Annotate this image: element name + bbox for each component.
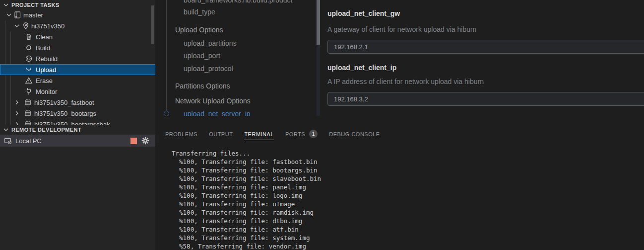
circle-icon — [25, 44, 33, 52]
terminal-output[interactable]: Transferring files... %100, Transferring… — [172, 149, 321, 250]
tree-item-upload[interactable]: Upload — [0, 64, 155, 75]
plug-icon — [25, 87, 33, 95]
toc-section[interactable]: Network Upload Options — [175, 97, 251, 105]
sidebar-scrollbar[interactable] — [151, 5, 154, 44]
setting-title: upload_net_client_ip — [327, 64, 396, 72]
panel-tab-bar: PROBLEMS OUTPUT TERMINAL PORTS 1 DEBUG C… — [155, 126, 644, 141]
toc-item[interactable]: build_type — [184, 8, 215, 16]
settings-toc: board_frameworks.hb.build.product build_… — [155, 0, 322, 116]
chevron-right-icon[interactable] — [13, 98, 21, 106]
tree-item-clean[interactable]: Clean — [0, 31, 155, 42]
tree-item-label: Erase — [36, 77, 53, 84]
chevron-down-icon[interactable] — [5, 11, 13, 19]
setting-description: A gateway of client for network upload v… — [327, 25, 476, 33]
toc-guide-line — [166, 0, 167, 111]
code-circle-icon — [25, 55, 33, 63]
vscode-window: PROJECT TASKS master — [0, 0, 644, 250]
indent-guide — [10, 31, 11, 125]
toc-selected-bullet — [164, 111, 169, 116]
tree-item-hi3751v350-fastboot[interactable]: hi3751v350_fastboot — [0, 97, 155, 108]
toc-item-selected[interactable]: upload_net_server_ip — [184, 110, 251, 116]
device-desktop-icon — [4, 137, 12, 145]
status-square — [130, 138, 137, 144]
location-pin-icon — [22, 22, 30, 30]
tree-item-label: hi3751v350 — [31, 22, 64, 30]
terminal-line: %100, Transferring file: atf.bin — [172, 225, 321, 234]
server-icon — [24, 109, 32, 117]
toc-section[interactable]: Upload Options — [175, 26, 223, 34]
server-icon — [24, 98, 32, 106]
terminal-line: %100, Transferring file: bootargs.bin — [172, 166, 321, 174]
tree-item-build[interactable]: Build — [0, 42, 155, 53]
section-title: PROJECT TASKS — [11, 2, 60, 8]
setting-title: upload_net_client_gw — [327, 9, 400, 17]
chevron-down-icon — [2, 126, 10, 134]
tree-item-label: hi3751v350_bootargs — [34, 110, 96, 117]
tab-terminal[interactable]: TERMINAL — [244, 127, 274, 140]
toc-item[interactable]: upload_partitions — [184, 39, 237, 47]
gear-icon[interactable] — [141, 137, 149, 145]
terminal-line: %100, Transferring file: ramdisk.img — [172, 208, 321, 217]
toc-scrollbar-thumb[interactable] — [317, 0, 320, 45]
ports-count-badge: 1 — [309, 130, 318, 138]
toc-item[interactable]: board_frameworks.hb.build.product — [184, 0, 292, 4]
sidebar: PROJECT TASKS master — [0, 0, 155, 250]
upload-arc-icon — [25, 66, 33, 74]
toc-section[interactable]: Partitions Options — [175, 82, 230, 90]
terminal-line: %100, Transferring file: logo.img — [172, 191, 321, 200]
tree-item-master[interactable]: master — [0, 9, 155, 20]
tab-ports[interactable]: PORTS 1 — [285, 126, 318, 141]
terminal-line: %100, Transferring file: dtbo.img — [172, 217, 321, 225]
terminal-line: %100, Transferring file: system.img — [172, 234, 321, 242]
section-header-remote-development[interactable]: REMOTE DEVELOPMENT — [0, 125, 155, 135]
setting-description: A IP address of client for network uploa… — [327, 78, 484, 85]
terminal-line: %58, Transferring file: vendor.img — [172, 242, 321, 250]
setting-input-upload-net-client-gw[interactable] — [327, 40, 644, 54]
tree-item-label: Build — [36, 44, 50, 52]
remote-target-local-pc[interactable]: Local PC — [0, 135, 155, 147]
terminal-line: Transferring files... — [172, 149, 321, 158]
tree-item-erase[interactable]: Erase — [0, 75, 155, 86]
chevron-down-icon — [2, 1, 10, 9]
tree-item-label: Rebuild — [36, 55, 58, 63]
terminal-line: %100, Transferring file: panel.img — [172, 183, 321, 191]
tree-item-label: hi3751v350_fastboot — [34, 99, 94, 106]
tree-item-hi3751v350[interactable]: hi3751v350 — [0, 20, 155, 31]
terminal-line: %100, Transferring file: fastboot.bin — [172, 158, 321, 166]
tree-item-label: Upload — [36, 66, 56, 74]
section-title: REMOTE DEVELOPMENT — [11, 127, 81, 133]
chevron-down-icon[interactable] — [13, 22, 21, 30]
tab-problems[interactable]: PROBLEMS — [165, 127, 197, 140]
tree-item-label: master — [23, 11, 43, 19]
tree-item-monitor[interactable]: Monitor — [0, 86, 155, 97]
terminal-line: %100, Transferring file: slaveboot.bin — [172, 174, 321, 183]
tab-debug-console[interactable]: DEBUG CONSOLE — [329, 127, 380, 140]
terminal-line: %100, Transferring file: uImage — [172, 200, 321, 208]
tab-output[interactable]: OUTPUT — [209, 127, 233, 140]
tree-item-label: Monitor — [36, 88, 57, 95]
setting-input-upload-net-client-ip[interactable] — [327, 92, 644, 106]
repo-icon — [13, 11, 21, 19]
remote-target-label: Local PC — [15, 137, 42, 145]
section-header-project-tasks[interactable]: PROJECT TASKS — [0, 0, 155, 9]
chevron-right-icon[interactable] — [13, 109, 21, 117]
tree-item-rebuild[interactable]: Rebuild — [0, 53, 155, 64]
warning-triangle-icon — [25, 77, 33, 84]
toc-item[interactable]: upload_protocol — [184, 65, 233, 73]
trash-icon — [25, 33, 33, 41]
settings-form: upload_net_client_gw A gateway of client… — [322, 0, 644, 119]
tree-item-hi3751v350-bootargs[interactable]: hi3751v350_bootargs — [0, 108, 155, 119]
tree-item-label: Clean — [36, 33, 53, 41]
toc-item[interactable]: upload_port — [184, 52, 220, 60]
